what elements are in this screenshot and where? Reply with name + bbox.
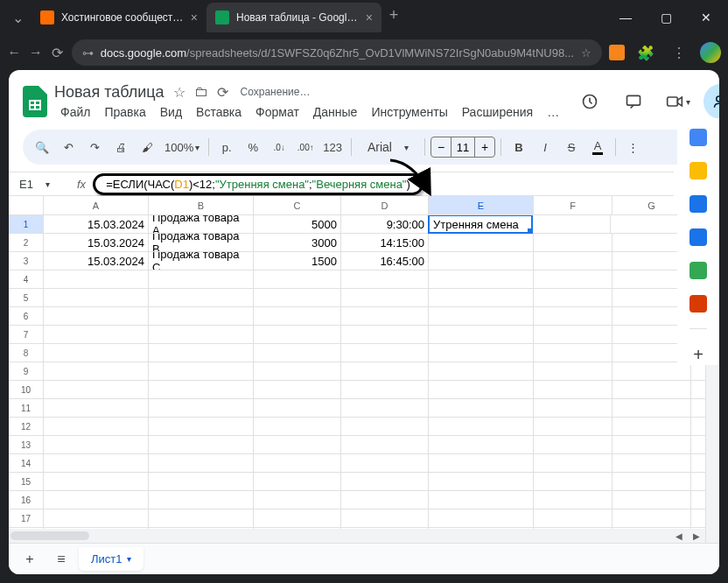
cell[interactable]	[429, 491, 534, 509]
cell[interactable]	[254, 289, 341, 306]
cell[interactable]	[534, 344, 612, 362]
cell[interactable]	[612, 381, 691, 398]
formula-input[interactable]: =ЕСЛИ(ЧАС(D1)<12;"Утренняя смена";"Вечер…	[93, 173, 424, 195]
col-header[interactable]: A	[44, 196, 149, 214]
row-header[interactable]: 1	[9, 215, 44, 233]
all-sheets-button[interactable]: ≡	[47, 547, 75, 572]
cell[interactable]	[341, 289, 429, 306]
cell[interactable]	[429, 326, 534, 343]
cell[interactable]	[534, 270, 612, 288]
cell[interactable]: 16:45:00	[341, 252, 429, 270]
horizontal-scrollbar[interactable]: ◀ ▶	[9, 529, 705, 543]
keep-icon[interactable]	[690, 162, 707, 179]
maps-icon[interactable]	[690, 262, 707, 279]
menu-more[interactable]: …	[541, 103, 565, 121]
cell[interactable]	[44, 344, 149, 362]
row-header[interactable]: 17	[9, 509, 44, 527]
browser-tab-active[interactable]: Новая таблица - Google Табли ×	[206, 3, 382, 32]
row-header[interactable]: 13	[9, 436, 44, 453]
sheet-tab[interactable]: Лист1▾	[79, 547, 144, 571]
redo-button[interactable]: ↷	[82, 135, 107, 159]
row-header[interactable]: 7	[9, 326, 44, 343]
cell[interactable]	[341, 326, 429, 343]
row-header[interactable]: 10	[9, 381, 44, 398]
cell[interactable]	[429, 270, 534, 288]
cell[interactable]	[534, 252, 612, 270]
currency-button[interactable]: р.	[214, 135, 239, 159]
cell[interactable]	[341, 307, 429, 325]
cell[interactable]	[429, 418, 534, 435]
cell[interactable]	[149, 344, 254, 362]
cell[interactable]	[429, 454, 534, 472]
cell[interactable]	[149, 473, 254, 490]
col-header-selected[interactable]: E	[429, 196, 534, 214]
cell[interactable]	[44, 436, 149, 453]
font-size-control[interactable]: − +	[430, 137, 495, 158]
cell[interactable]	[341, 270, 429, 288]
cell[interactable]	[341, 509, 429, 527]
cell[interactable]	[149, 418, 254, 435]
cell[interactable]	[612, 418, 691, 435]
tasks-icon[interactable]	[690, 195, 707, 213]
cell[interactable]	[534, 326, 612, 343]
cell[interactable]	[254, 270, 341, 288]
cell[interactable]	[44, 270, 149, 288]
cell[interactable]: Продажа товара C	[149, 252, 254, 270]
cell[interactable]	[254, 491, 341, 509]
cell[interactable]: 15.03.2024	[44, 234, 149, 251]
number-format-dropdown[interactable]: 123	[319, 135, 346, 159]
cell[interactable]: 1500	[254, 252, 341, 270]
cell[interactable]	[149, 436, 254, 453]
add-sheet-button[interactable]: +	[16, 547, 44, 572]
cell[interactable]	[429, 307, 534, 325]
cell[interactable]	[612, 454, 691, 472]
close-icon[interactable]: ×	[191, 11, 198, 25]
increase-decimal-button[interactable]: .00↑	[293, 135, 318, 159]
cell[interactable]	[534, 436, 612, 453]
cell[interactable]	[429, 289, 534, 306]
italic-button[interactable]: I	[533, 135, 557, 159]
cell[interactable]	[44, 418, 149, 435]
cell[interactable]	[341, 454, 429, 472]
font-size-input[interactable]	[451, 137, 475, 157]
cell[interactable]	[254, 454, 341, 472]
menu-file[interactable]: Файл	[54, 103, 96, 121]
cell[interactable]	[254, 399, 341, 417]
paint-format-button[interactable]: 🖌	[135, 135, 159, 159]
cell[interactable]	[612, 491, 691, 509]
close-window-button[interactable]: ✕	[691, 4, 721, 31]
cell[interactable]	[612, 399, 691, 417]
cell[interactable]: 15.03.2024	[44, 215, 149, 233]
menu-extensions[interactable]: Расширения	[456, 103, 539, 121]
cell[interactable]	[429, 381, 534, 398]
cell[interactable]	[149, 362, 254, 380]
cell[interactable]	[254, 509, 341, 527]
cell[interactable]: Продажа товара A	[149, 215, 254, 233]
cell[interactable]	[149, 270, 254, 288]
row-header[interactable]: 3	[9, 252, 44, 270]
cell[interactable]	[532, 215, 611, 233]
row-header[interactable]: 14	[9, 454, 44, 472]
cell[interactable]	[149, 289, 254, 306]
cell[interactable]	[429, 473, 534, 490]
cell[interactable]	[149, 326, 254, 343]
cell[interactable]	[429, 252, 534, 270]
share-button[interactable]	[704, 84, 719, 119]
cell[interactable]	[254, 307, 341, 325]
cell[interactable]	[534, 381, 612, 398]
cell[interactable]	[149, 454, 254, 472]
menu-format[interactable]: Формат	[249, 103, 305, 121]
cell[interactable]	[149, 399, 254, 417]
row-header[interactable]: 15	[9, 473, 44, 490]
cell[interactable]	[254, 326, 341, 343]
menu-tools[interactable]: Инструменты	[365, 103, 453, 121]
star-icon[interactable]: ☆	[173, 84, 186, 101]
cell[interactable]	[149, 509, 254, 527]
cell[interactable]	[44, 491, 149, 509]
meet-button[interactable]: ▾	[660, 84, 695, 119]
scroll-right-icon[interactable]: ▶	[688, 531, 705, 541]
cell[interactable]	[44, 326, 149, 343]
zoom-dropdown[interactable]: 100%▾	[161, 135, 203, 159]
doc-title[interactable]: Новая таблица	[54, 83, 164, 102]
forward-button[interactable]: →	[29, 40, 44, 65]
